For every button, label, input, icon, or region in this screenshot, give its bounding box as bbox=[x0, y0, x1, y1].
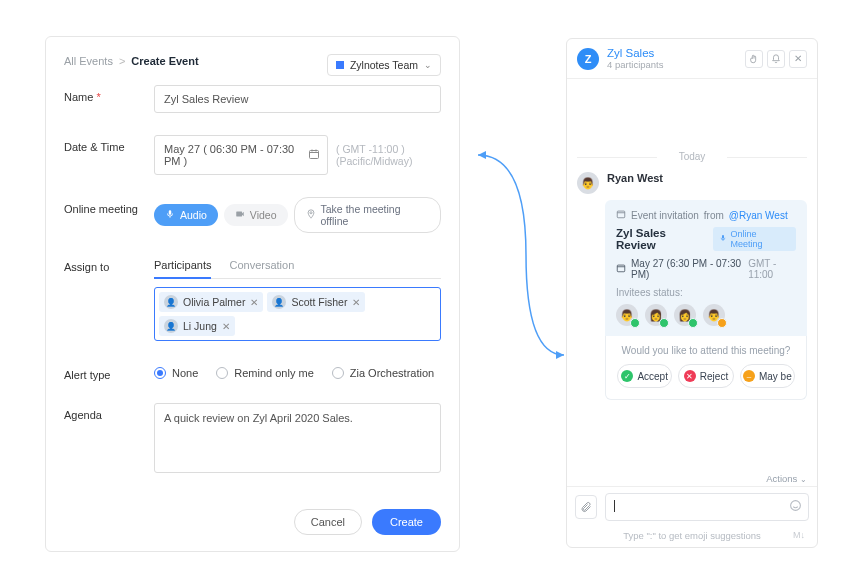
invitee-avatar: 👩 bbox=[645, 304, 667, 326]
team-color-icon bbox=[336, 61, 344, 69]
reject-button[interactable]: ✕ Reject bbox=[678, 364, 733, 388]
chevron-down-icon: ⌄ bbox=[424, 60, 432, 70]
create-button[interactable]: Create bbox=[372, 509, 441, 535]
calendar-tiny-icon bbox=[616, 263, 626, 275]
assign-to-label: Assign to bbox=[64, 255, 154, 273]
participant-chip: 👤 Li Jung ✕ bbox=[159, 316, 235, 336]
text-cursor bbox=[614, 500, 615, 512]
message-input[interactable] bbox=[605, 493, 809, 521]
attachment-button[interactable] bbox=[575, 495, 597, 519]
agenda-textarea[interactable]: A quick review on Zyl April 2020 Sales. bbox=[154, 403, 441, 473]
chevron-down-icon: ⌄ bbox=[800, 475, 807, 484]
x-icon: ✕ bbox=[684, 370, 696, 382]
mic-small-icon bbox=[719, 234, 727, 244]
sender-avatar: 👨 bbox=[577, 172, 599, 194]
video-pill[interactable]: Video bbox=[224, 204, 288, 226]
invite-header: Event invitation from @Ryan West bbox=[616, 209, 796, 221]
invite-title: Zyl Sales Review bbox=[616, 227, 707, 251]
chip-remove-icon[interactable]: ✕ bbox=[352, 297, 360, 308]
svg-rect-4 bbox=[617, 211, 625, 218]
event-invite-card: Event invitation from @Ryan West Zyl Sal… bbox=[605, 200, 807, 400]
message-input-row bbox=[567, 486, 817, 527]
invitees-status-label: Invitees status: bbox=[616, 287, 796, 298]
online-meeting-label: Online meeting bbox=[64, 197, 154, 215]
avatar-icon: 👤 bbox=[164, 295, 178, 309]
markdown-icon: M↓ bbox=[793, 530, 805, 540]
today-divider: Today bbox=[577, 151, 807, 162]
mic-icon bbox=[165, 209, 175, 221]
alert-remind-radio[interactable]: Remind only me bbox=[216, 367, 313, 379]
tab-participants[interactable]: Participants bbox=[154, 255, 211, 279]
audio-pill[interactable]: Audio bbox=[154, 204, 218, 226]
agenda-label: Agenda bbox=[64, 403, 154, 421]
team-selector[interactable]: Zylnotes Team ⌄ bbox=[327, 54, 441, 76]
close-icon[interactable]: ✕ bbox=[789, 50, 807, 68]
chat-header: Z Zyl Sales 4 participants ✕ bbox=[567, 39, 817, 79]
status-badge-icon bbox=[630, 318, 640, 328]
status-badge-icon bbox=[659, 318, 669, 328]
status-badge-icon bbox=[717, 318, 727, 328]
actions-dropdown[interactable]: Actions ⌄ bbox=[567, 469, 817, 486]
team-selector-label: Zylnotes Team bbox=[350, 59, 418, 71]
breadcrumb-all-events[interactable]: All Events bbox=[64, 55, 113, 67]
chat-panel: Z Zyl Sales 4 participants ✕ Today 👨 Rya… bbox=[566, 38, 818, 548]
invitee-avatar: 👩 bbox=[674, 304, 696, 326]
avatar-icon: 👤 bbox=[164, 319, 178, 333]
chat-body: Today 👨 Ryan West Event invitation from … bbox=[567, 79, 817, 469]
hand-icon[interactable] bbox=[745, 50, 763, 68]
tab-conversation[interactable]: Conversation bbox=[229, 255, 294, 278]
invitee-avatars: 👨 👩 👩 👨 bbox=[616, 304, 796, 326]
emoji-icon[interactable] bbox=[789, 499, 802, 515]
assign-tabs: Participants Conversation bbox=[154, 255, 441, 279]
svg-rect-5 bbox=[617, 265, 625, 272]
chat-participant-count: 4 participants bbox=[607, 59, 664, 70]
svg-rect-0 bbox=[310, 151, 319, 159]
svg-point-6 bbox=[791, 501, 801, 511]
chip-remove-icon[interactable]: ✕ bbox=[222, 321, 230, 332]
create-event-panel: All Events > Create Event Zylnotes Team … bbox=[45, 36, 460, 552]
name-input[interactable] bbox=[154, 85, 441, 113]
invite-datetime: May 27 (6:30 PM - 07:30 PM) GMT - 11:00 bbox=[616, 258, 796, 280]
participants-input[interactable]: 👤 Olivia Palmer ✕ 👤 Scott Fisher ✕ 👤 Li … bbox=[154, 287, 441, 341]
take-offline-button[interactable]: Take the meeting offline bbox=[294, 197, 441, 233]
calendar-small-icon bbox=[616, 209, 626, 221]
chip-remove-icon[interactable]: ✕ bbox=[250, 297, 258, 308]
svg-marker-3 bbox=[556, 351, 564, 359]
avatar-icon: 👤 bbox=[272, 295, 286, 309]
online-meeting-badge: Online Meeting bbox=[713, 227, 796, 251]
check-icon: ✓ bbox=[621, 370, 633, 382]
dash-icon: – bbox=[743, 370, 755, 382]
calendar-icon bbox=[308, 148, 320, 162]
accept-button[interactable]: ✓ Accept bbox=[617, 364, 672, 388]
location-icon bbox=[306, 209, 316, 221]
radio-dot-icon bbox=[332, 367, 344, 379]
message-row: 👨 Ryan West bbox=[577, 172, 807, 194]
cancel-button[interactable]: Cancel bbox=[294, 509, 362, 535]
video-icon bbox=[235, 209, 245, 221]
name-label: Name * bbox=[64, 85, 154, 103]
timezone-text: ( GMT -11:00 ) (Pacific/Midway) bbox=[336, 143, 441, 167]
attend-question: Would you like to attend this meeting? bbox=[617, 345, 795, 356]
sender-name: Ryan West bbox=[607, 172, 663, 194]
status-badge-icon bbox=[688, 318, 698, 328]
alert-zia-radio[interactable]: Zia Orchestration bbox=[332, 367, 434, 379]
radio-dot-icon bbox=[154, 367, 166, 379]
chat-title[interactable]: Zyl Sales bbox=[607, 47, 664, 59]
datetime-input[interactable]: May 27 ( 06:30 PM - 07:30 PM ) bbox=[154, 135, 328, 175]
radio-dot-icon bbox=[216, 367, 228, 379]
chat-avatar: Z bbox=[577, 48, 599, 70]
emoji-hint: Type ":" to get emoji suggestions M↓ bbox=[567, 527, 817, 547]
invite-user-link[interactable]: @Ryan West bbox=[729, 210, 788, 221]
bell-icon[interactable] bbox=[767, 50, 785, 68]
svg-point-1 bbox=[309, 212, 311, 214]
alert-type-label: Alert type bbox=[64, 363, 154, 381]
invitee-avatar: 👨 bbox=[616, 304, 638, 326]
connector-arrow bbox=[466, 145, 571, 365]
alert-none-radio[interactable]: None bbox=[154, 367, 198, 379]
invitee-avatar: 👨 bbox=[703, 304, 725, 326]
breadcrumb-sep: > bbox=[119, 55, 125, 67]
participant-chip: 👤 Scott Fisher ✕ bbox=[267, 292, 365, 312]
svg-marker-2 bbox=[478, 151, 486, 159]
maybe-button[interactable]: – May be bbox=[740, 364, 795, 388]
participant-chip: 👤 Olivia Palmer ✕ bbox=[159, 292, 263, 312]
